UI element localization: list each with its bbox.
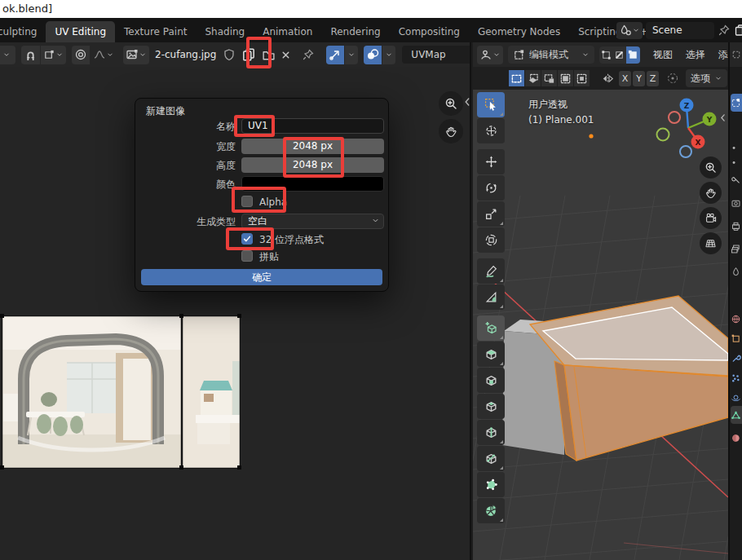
cursor-icon <box>484 124 498 138</box>
measure-tool[interactable] <box>477 284 505 310</box>
scene-name-field[interactable]: Scene <box>646 22 714 39</box>
scale-tool[interactable] <box>477 201 505 227</box>
uv-pan-button[interactable] <box>439 119 463 143</box>
properties-tab-flame[interactable] <box>731 262 742 280</box>
uv-corner-handle[interactable] <box>179 465 183 470</box>
uv-corner-handle[interactable] <box>0 314 4 318</box>
snap-mode-dropdown[interactable] <box>41 46 66 64</box>
bevel-tool[interactable] <box>477 394 505 419</box>
uv-corner-handle[interactable] <box>237 465 241 470</box>
unlink-image-icon[interactable] <box>280 49 292 61</box>
viewport-ortho-button[interactable] <box>700 232 722 254</box>
overlay-toggle-button[interactable] <box>364 46 382 64</box>
mirror-icon[interactable] <box>601 72 615 86</box>
uv-corner-handle[interactable] <box>0 465 4 470</box>
inset-tool[interactable] <box>477 368 505 393</box>
annotate-tool[interactable] <box>477 258 505 284</box>
box-select-new-button[interactable] <box>509 70 524 86</box>
viewport-zoom-button[interactable] <box>700 157 722 179</box>
tab-compositing[interactable]: Compositing <box>390 21 469 42</box>
knife-tool[interactable] <box>477 446 505 471</box>
menu-select[interactable]: 选择 <box>679 48 712 62</box>
uv-reference-image[interactable] <box>2 315 241 469</box>
move-tool[interactable] <box>477 149 505 174</box>
window-title: ok.blend] <box>2 2 52 15</box>
navigation-gizmo[interactable]: Z Y X <box>654 94 723 161</box>
uvmap-field[interactable]: UVMap <box>402 46 470 64</box>
uv-corner-handle[interactable] <box>237 314 241 318</box>
properties-tab-render[interactable] <box>731 194 742 212</box>
editor-type-partial-button[interactable] <box>0 46 15 64</box>
mirror-axis-group: X Y Z <box>619 71 660 86</box>
mode-dropdown[interactable]: 编辑模式 <box>508 46 594 64</box>
viewport-camera-button[interactable] <box>700 207 722 229</box>
snap-toggle-button[interactable] <box>21 46 40 64</box>
box-select-invert-button[interactable] <box>558 70 573 86</box>
properties-tab-data[interactable] <box>731 406 742 424</box>
pin-icon[interactable] <box>718 24 731 37</box>
tab-rendering[interactable]: Rendering <box>321 21 389 42</box>
cursor-tool[interactable] <box>477 118 505 143</box>
properties-tab-material[interactable] <box>731 429 742 447</box>
properties-active-editor-button[interactable] <box>731 94 742 112</box>
menu-add-partial[interactable]: 添 <box>712 48 728 62</box>
tab-culpting[interactable]: culpting <box>0 21 46 42</box>
uv-sidebar-collapse-icon[interactable] <box>462 96 473 108</box>
tweak-select-tool[interactable] <box>477 92 505 117</box>
uv-corner-handle[interactable] <box>179 314 183 318</box>
mirror-y-button[interactable]: Y <box>633 71 645 86</box>
tab-uv-editing[interactable]: UV Editing <box>46 21 115 42</box>
tab-geometry-nodes[interactable]: Geometry Nodes <box>469 21 569 42</box>
properties-tab-physics[interactable] <box>731 388 742 406</box>
properties-tab-world[interactable] <box>731 310 742 328</box>
proportional-edit-button[interactable] <box>72 46 90 64</box>
poly-build-tool[interactable] <box>477 472 505 497</box>
loop-cut-tool[interactable] <box>477 420 505 445</box>
pin-icon[interactable] <box>302 48 315 61</box>
fake-user-shield-icon[interactable] <box>223 48 236 61</box>
image-name[interactable]: 2-cufang.jpg <box>155 49 216 60</box>
properties-tab-wrench[interactable] <box>731 349 742 367</box>
properties-tab-tool[interactable] <box>731 171 742 189</box>
properties-tab-object[interactable] <box>731 329 742 347</box>
viewport-sidebar-collapse-icon[interactable] <box>718 112 728 123</box>
scene-type-button[interactable] <box>616 22 643 39</box>
proportional-edit-icon[interactable] <box>666 72 679 85</box>
box-select-intersect-button[interactable] <box>574 70 590 86</box>
transform-tool[interactable] <box>477 227 505 253</box>
ok-button[interactable]: 确定 <box>141 269 382 285</box>
vertex-select-button[interactable] <box>599 46 613 64</box>
tiled-checkbox[interactable] <box>241 250 253 262</box>
box-select-extend-button[interactable] <box>525 70 541 86</box>
menu-view[interactable]: 视图 <box>647 48 679 62</box>
select-mode-group <box>599 46 640 64</box>
spin-tool[interactable] <box>477 498 505 523</box>
box-select-subtract-button[interactable] <box>541 70 557 86</box>
properties-tab-dot[interactable] <box>731 153 742 171</box>
edge-select-button[interactable] <box>613 46 627 64</box>
gizmo-dropdown[interactable] <box>345 46 358 64</box>
gizmo-arrow-icon <box>329 48 342 61</box>
uv-zoom-button[interactable] <box>439 91 463 116</box>
new-scene-icon[interactable] <box>734 24 742 37</box>
extrude-tool[interactable] <box>477 342 505 367</box>
p-world-icon <box>731 314 741 324</box>
options-dropdown[interactable]: 选项 <box>686 69 727 87</box>
properties-tab-particles[interactable] <box>731 368 742 386</box>
mirror-x-button[interactable]: X <box>619 71 631 86</box>
overlay-dropdown[interactable] <box>382 46 395 64</box>
falloff-dropdown[interactable] <box>91 46 117 64</box>
rotate-tool[interactable] <box>477 175 505 201</box>
gizmo-toggle-button[interactable] <box>326 46 344 64</box>
mirror-z-button[interactable]: Z <box>647 71 659 86</box>
face-select-button[interactable] <box>626 46 640 64</box>
editor-type-button[interactable] <box>477 46 503 64</box>
image-browse-button[interactable] <box>123 46 149 64</box>
tab-texture-paint[interactable]: Texture Paint <box>115 21 196 42</box>
add-cube-tool[interactable] <box>477 315 505 341</box>
viewport-canvas[interactable]: 用户透视 (1) Plane.001 Z Y X <box>473 90 728 560</box>
properties-tab-printer[interactable] <box>731 217 742 235</box>
properties-tab-stack[interactable] <box>731 240 742 258</box>
viewport-pan-button[interactable] <box>700 182 722 204</box>
tab-shading[interactable]: Shading <box>196 21 254 42</box>
